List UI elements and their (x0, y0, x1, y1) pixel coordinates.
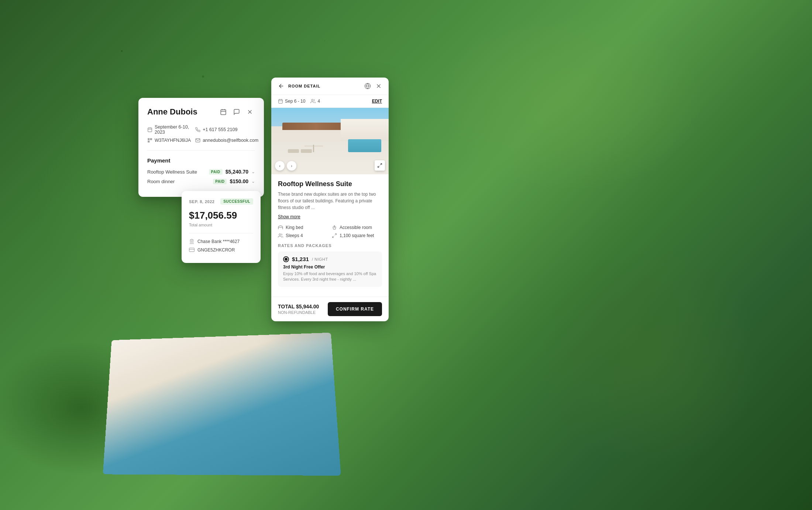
transaction-reference: GNGE5ZHKCROR (197, 247, 235, 253)
room-card-header-right (364, 83, 382, 89)
rates-title: RATES AND PACKAGES (278, 243, 382, 248)
svg-rect-15 (148, 141, 149, 142)
qr-icon (147, 138, 152, 143)
svg-line-5 (248, 110, 252, 114)
guest-dates: September 6-10, 2023 (155, 124, 191, 135)
svg-line-44 (335, 234, 336, 235)
card-icon (189, 247, 195, 253)
show-more-button[interactable]: Show more (278, 214, 300, 219)
room-card-footer: TOTAL $5,944.00 NON-REFUNDABLE CONFIRM R… (271, 297, 389, 321)
roof (282, 123, 349, 130)
booking-id-info: W3TAYHFNJ6IJA (147, 138, 191, 143)
payment-item-1-name: Rooftop Wellness Suite (147, 169, 197, 175)
room-image-container: ‹ › (271, 108, 389, 174)
svg-rect-0 (221, 110, 226, 115)
chevron-down-icon-2: ⌄ (251, 179, 255, 184)
globe-icon (364, 83, 371, 89)
message-button[interactable] (231, 107, 242, 117)
svg-line-4 (248, 110, 252, 114)
payment-item-2-name: Room dinner (147, 179, 175, 184)
svg-point-39 (312, 99, 313, 101)
svg-rect-10 (148, 138, 149, 140)
person-icon (278, 233, 283, 238)
expand-image-button[interactable] (375, 160, 385, 171)
transaction-card: SEP. 8, 2022 SUCCESSFUL $17,056.59 Total… (182, 191, 261, 263)
room-dates: Sep 6 - 10 (285, 99, 305, 104)
guests-icon (310, 99, 316, 104)
accessible-icon (332, 225, 337, 230)
svg-rect-35 (279, 99, 283, 103)
close-button[interactable] (245, 107, 255, 117)
back-button[interactable] (278, 83, 285, 89)
transaction-header: SEP. 8, 2022 SUCCESSFUL (189, 198, 253, 205)
room-card-header: ROOM DETAIL (271, 78, 389, 95)
expand-icon (377, 163, 382, 168)
room-close-button[interactable] (375, 83, 382, 89)
next-image-button[interactable]: › (287, 161, 296, 171)
edit-button[interactable]: EDIT (372, 99, 382, 104)
transaction-label: Total amount (189, 223, 253, 227)
close-icon (247, 109, 253, 115)
transaction-amount: $17,056.59 (189, 210, 253, 221)
room-card-header-left: ROOM DETAIL (278, 83, 320, 89)
svg-line-45 (333, 236, 334, 237)
feature-size: 1,100 square feet (332, 233, 382, 238)
feature-bed-label: King bed (286, 225, 303, 230)
svg-marker-27 (190, 239, 194, 240)
rate-radio-inner (285, 258, 288, 261)
payment-row-1-right: PAID $5,240.70 ⌄ (209, 169, 255, 175)
property-illustration (103, 333, 341, 476)
bed-icon (278, 225, 283, 230)
guests-meta: 4 (310, 99, 320, 104)
room-guests: 4 (317, 99, 320, 104)
globe-button[interactable] (364, 83, 371, 89)
svg-line-41 (378, 166, 379, 167)
rate-unit: / NIGHT (312, 257, 328, 261)
rate-description: Enjoy 10% off food and beverages and 10%… (283, 271, 377, 283)
guest-card-header: Anne Dubois (147, 107, 255, 117)
background: Anne Dubois (0, 0, 812, 510)
svg-point-42 (334, 226, 335, 226)
svg-rect-14 (151, 139, 151, 140)
payment-amount-1: $5,240.70 (226, 169, 248, 175)
room-detail-card: ROOM DETAIL (271, 78, 389, 321)
footer-total: TOTAL $5,944.00 (278, 304, 319, 309)
feature-bed: King bed (278, 225, 328, 230)
svg-point-43 (279, 234, 281, 236)
calendar-small-icon (147, 127, 152, 132)
rate-option[interactable]: $1,231 / NIGHT 3rd Night Free Offer Enjo… (278, 251, 382, 287)
prev-image-button[interactable]: ‹ (275, 161, 285, 171)
payment-row-2[interactable]: Room dinner PAID $150.00 ⌄ (147, 178, 255, 184)
footer-total-section: TOTAL $5,944.00 NON-REFUNDABLE (278, 304, 319, 315)
confirm-rate-button[interactable]: CONFIRM RATE (328, 302, 382, 316)
svg-rect-13 (148, 139, 149, 140)
chevron-down-icon-1: ⌄ (251, 169, 255, 174)
payment-section: Payment Rooftop Wellness Suite PAID $5,2… (147, 151, 255, 184)
phone-icon (195, 127, 200, 132)
guest-booking-id: W3TAYHFNJ6IJA (155, 138, 191, 143)
feature-size-label: 1,100 square feet (340, 233, 374, 238)
message-icon (233, 109, 240, 115)
room-description: These brand new duplex suites are on the… (278, 191, 382, 211)
payment-title: Payment (147, 157, 255, 164)
paid-badge-2: PAID (213, 179, 227, 184)
svg-rect-6 (148, 128, 152, 132)
payment-row-1[interactable]: Rooftop Wellness Suite PAID $5,240.70 ⌄ (147, 169, 255, 175)
back-arrow-icon (278, 83, 285, 89)
dates-info: September 6-10, 2023 (147, 124, 191, 135)
rate-name: 3rd Night Free Offer (283, 264, 377, 270)
calendar-button[interactable] (218, 107, 228, 117)
calendar-meta-icon (278, 99, 283, 104)
dates-meta: Sep 6 - 10 (278, 99, 305, 104)
room-name: Rooftop Wellness Suite (278, 180, 382, 188)
svg-rect-28 (189, 248, 195, 252)
payment-amount-2: $150.00 (230, 178, 248, 184)
guest-name: Anne Dubois (147, 107, 197, 117)
room-meta-left: Sep 6 - 10 4 (278, 99, 320, 104)
feature-sleeps: Sleeps 4 (278, 233, 328, 238)
room-detail-title: ROOM DETAIL (288, 84, 320, 88)
feature-accessible-label: Accessible room (340, 225, 372, 230)
terrace-pool (348, 139, 381, 152)
phone-info: +1 617 555 2109 (195, 124, 258, 135)
terrace (341, 119, 389, 141)
